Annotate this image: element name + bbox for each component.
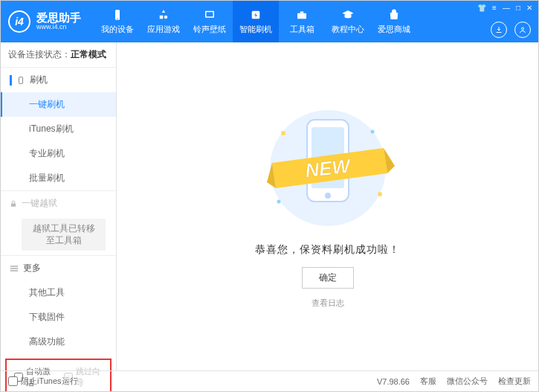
- nav-label: 工具箱: [290, 24, 314, 35]
- success-illustration: NEW: [254, 105, 402, 231]
- sidebar-item-batch-flash[interactable]: 批量刷机: [1, 166, 116, 190]
- nav-label: 智能刷机: [239, 24, 272, 35]
- connection-status: 设备连接状态：正常模式: [1, 42, 116, 67]
- svg-rect-5: [297, 13, 306, 19]
- maximize-icon[interactable]: □: [516, 4, 520, 12]
- sidebar-item-one-click-flash[interactable]: 一键刷机: [1, 92, 116, 117]
- device-icon: [110, 8, 125, 22]
- svg-point-1: [117, 19, 118, 20]
- app-title: 爱思助手: [36, 12, 81, 25]
- jailbreak-note: 越狱工具已转移至工具箱: [22, 219, 106, 251]
- user-button[interactable]: [514, 22, 531, 38]
- view-log-link[interactable]: 查看日志: [312, 298, 344, 309]
- app-subtitle: www.i4.cn: [36, 24, 81, 31]
- store-icon: [387, 8, 401, 22]
- nav-smart-flash[interactable]: 智能刷机: [233, 1, 279, 42]
- sidebar-section-more[interactable]: 更多: [1, 256, 116, 280]
- sidebar-section-flash[interactable]: 刷机: [1, 68, 116, 92]
- ok-button[interactable]: 确定: [302, 267, 354, 289]
- nav-tutorials[interactable]: 教程中心: [325, 1, 371, 42]
- main-content: NEW 恭喜您，保资料刷机成功啦！ 确定 查看日志: [117, 42, 538, 370]
- window-controls: 👕 ≡ — □ ✕: [477, 4, 532, 12]
- wallpaper-icon: [202, 8, 217, 22]
- list-icon: [10, 265, 19, 272]
- footer-link-support[interactable]: 客服: [420, 376, 436, 387]
- logo-icon: i4: [8, 10, 30, 33]
- status-bar: 阻止iTunes运行 V7.98.66 客服 微信公众号 检查更新: [1, 370, 538, 391]
- phone-icon: [16, 77, 25, 84]
- svg-point-14: [325, 193, 331, 199]
- nav-apps-games[interactable]: 应用游戏: [141, 1, 187, 42]
- toolbox-icon: [294, 8, 309, 22]
- svg-point-19: [370, 129, 374, 133]
- nav-my-device[interactable]: 我的设备: [94, 1, 141, 42]
- nav-toolbox[interactable]: 工具箱: [279, 1, 325, 42]
- sidebar-section-jailbreak[interactable]: 一键越狱: [1, 191, 116, 216]
- sidebar-item-itunes-flash[interactable]: iTunes刷机: [1, 117, 116, 141]
- svg-rect-3: [207, 12, 213, 16]
- nav-ringtone-wallpaper[interactable]: 铃声壁纸: [187, 1, 233, 42]
- success-message: 恭喜您，保资料刷机成功啦！: [255, 243, 400, 257]
- sidebar-item-download-firmware[interactable]: 下载固件: [1, 305, 116, 330]
- footer-link-wechat[interactable]: 微信公众号: [447, 376, 488, 387]
- title-bar: i4 爱思助手 www.i4.cn 我的设备 应用游戏 铃声壁纸 智能刷机: [1, 1, 538, 42]
- download-button[interactable]: [491, 22, 507, 38]
- block-itunes-checkbox[interactable]: 阻止iTunes运行: [8, 376, 78, 387]
- sidebar-item-advanced[interactable]: 高级功能: [1, 330, 116, 354]
- section-title: 刷机: [30, 74, 48, 86]
- svg-point-21: [277, 199, 280, 203]
- svg-rect-9: [11, 203, 16, 206]
- tutorial-icon: [340, 8, 355, 22]
- skin-icon[interactable]: 👕: [477, 4, 486, 12]
- top-nav: 我的设备 应用游戏 铃声壁纸 智能刷机 工具箱 教程中心: [94, 1, 417, 42]
- minimize-icon[interactable]: —: [503, 4, 510, 12]
- svg-point-20: [378, 192, 382, 196]
- app-logo: i4 爱思助手 www.i4.cn: [8, 10, 81, 33]
- section-title: 一键越狱: [22, 197, 57, 210]
- nav-label: 应用游戏: [147, 24, 180, 35]
- svg-rect-6: [300, 12, 304, 13]
- nav-label: 我的设备: [101, 24, 134, 35]
- svg-rect-8: [19, 77, 23, 83]
- section-title: 更多: [23, 262, 41, 274]
- version-label: V7.98.66: [377, 377, 410, 386]
- nav-label: 教程中心: [332, 24, 364, 35]
- nav-store[interactable]: 爱思商城: [371, 1, 417, 42]
- svg-point-7: [522, 28, 524, 30]
- sidebar-item-pro-flash[interactable]: 专业刷机: [1, 141, 116, 166]
- lock-icon: [10, 200, 17, 208]
- nav-label: 铃声壁纸: [193, 24, 226, 35]
- svg-point-18: [281, 131, 285, 135]
- nav-label: 爱思商城: [378, 24, 410, 35]
- close-icon[interactable]: ✕: [526, 4, 532, 12]
- flash-icon: [248, 8, 263, 22]
- footer-link-update[interactable]: 检查更新: [498, 376, 531, 387]
- sidebar: 设备连接状态：正常模式 刷机 一键刷机 iTunes刷机 专业刷机 批量刷机: [1, 42, 117, 370]
- menu-icon[interactable]: ≡: [492, 4, 497, 12]
- apps-icon: [156, 8, 171, 22]
- sidebar-item-other-tools[interactable]: 其他工具: [1, 280, 116, 305]
